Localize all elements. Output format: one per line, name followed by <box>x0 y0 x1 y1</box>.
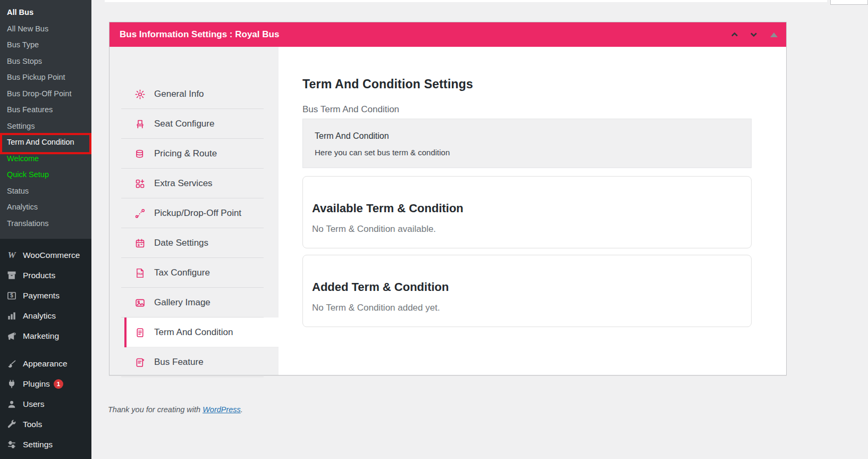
admin-main-menu: W WooCommerce Products $ Payments Analyt… <box>0 239 91 455</box>
term-condition-settings-content: Term And Condition Settings Bus Term And… <box>279 47 786 375</box>
sidebar-item-bus-pickup-point[interactable]: Bus Pickup Point <box>0 69 91 86</box>
sidebar-item-bus-drop-off-point[interactable]: Bus Drop-Off Point <box>0 86 91 102</box>
sidebar-item-marketing[interactable]: Marketing <box>0 326 91 346</box>
bus-nav-label: Tax Configure <box>154 268 210 278</box>
footer-thanks: Thank you for creating with WordPress. <box>108 405 243 414</box>
payments-icon: $ <box>6 290 18 302</box>
tools-icon <box>6 419 18 430</box>
bus-nav-label: Gallery Image <box>154 297 210 308</box>
bus-nav-gallery-image[interactable]: Gallery Image <box>109 288 279 318</box>
sidebar-item-bus-type[interactable]: Bus Type <box>0 37 91 53</box>
field-label-bus-term-and-condition: Bus Term And Condition <box>302 104 786 115</box>
bus-nav-label: Term And Condition <box>154 327 233 338</box>
bus-nav-label: Seat Configure <box>154 119 214 129</box>
panel-title: Bus Information Settings : Royal Bus <box>120 29 279 40</box>
sidebar-item-analytics[interactable]: Analytics <box>0 306 91 326</box>
sidebar-item-plugins[interactable]: Plugins 1 <box>0 374 91 394</box>
panel-body: General Info Seat Configure Pricing & Ro… <box>109 47 786 375</box>
svg-text:$: $ <box>10 293 13 298</box>
seat-icon <box>134 118 146 130</box>
menu-label: Settings <box>23 440 53 449</box>
menu-label: Appearance <box>23 359 68 369</box>
bus-nav-label: Bus Feature <box>154 357 204 368</box>
sidebar-item-all-bus[interactable]: All Bus <box>0 4 91 21</box>
bus-nav-pricing-route[interactable]: Pricing & Route <box>109 139 279 169</box>
menu-label: Payments <box>23 291 60 301</box>
calendar-icon <box>134 237 146 249</box>
sidebar-item-translations[interactable]: Translations <box>0 215 91 232</box>
bus-nav-term-and-condition[interactable]: Term And Condition <box>124 318 279 347</box>
topbar-remnant <box>105 0 827 2</box>
sidebar-item-analytics-sub[interactable]: Analytics <box>0 199 91 215</box>
marketing-icon <box>6 330 18 342</box>
card-title: Added Term & Condition <box>312 280 740 294</box>
admin-sidebar: All Bus All New Bus Bus Type Bus Stops B… <box>0 0 91 459</box>
users-icon <box>6 398 18 410</box>
bus-nav-label: Extra Services <box>154 178 213 189</box>
sidebar-item-status[interactable]: Status <box>0 183 91 199</box>
wordpress-link[interactable]: WordPress <box>203 405 241 414</box>
bus-nav-seat-configure[interactable]: Seat Configure <box>109 109 279 139</box>
bus-nav-label: Pricing & Route <box>154 148 217 159</box>
woocommerce-icon: W <box>6 249 18 261</box>
term-document-icon <box>134 327 146 338</box>
tax-document-icon: TAX <box>134 267 146 279</box>
menu-label: Marketing <box>23 331 59 341</box>
route-icon <box>134 207 146 219</box>
move-up-icon[interactable] <box>729 29 740 40</box>
bus-nav-label: Date Settings <box>154 238 208 248</box>
sidebar-item-bus-stops[interactable]: Bus Stops <box>0 53 91 70</box>
products-icon <box>6 270 18 281</box>
plugins-update-badge: 1 <box>54 379 63 389</box>
footer-period: . <box>241 405 243 414</box>
bus-nav-general-info[interactable]: General Info <box>109 79 279 109</box>
bus-nav-extra-services[interactable]: Extra Services <box>109 169 279 198</box>
card-empty-text: No Term & Condition available. <box>312 224 740 235</box>
available-term-condition-card: Available Term & Condition No Term & Con… <box>302 176 752 248</box>
panel-header: Bus Information Settings : Royal Bus <box>109 22 786 47</box>
bus-nav-label: General Info <box>154 89 204 99</box>
gear-icon <box>134 88 146 100</box>
sidebar-item-users[interactable]: Users <box>0 394 91 414</box>
settings-icon <box>6 439 18 450</box>
card-title: Available Term & Condition <box>312 202 740 215</box>
bus-settings-nav: General Info Seat Configure Pricing & Ro… <box>109 47 279 375</box>
sidebar-item-tools[interactable]: Tools <box>0 414 91 435</box>
sidebar-item-quick-setup[interactable]: Quick Setup <box>0 166 91 183</box>
sidebar-item-term-and-condition[interactable]: Term And Condition <box>0 134 91 151</box>
sidebar-item-settings[interactable]: Settings <box>0 118 91 135</box>
appearance-icon <box>6 358 18 370</box>
sidebar-item-welcome[interactable]: Welcome <box>0 151 91 167</box>
menu-label: WooCommerce <box>23 251 80 260</box>
sidebar-item-appearance[interactable]: Appearance <box>0 354 91 374</box>
section-heading: Term And Condition Settings <box>302 77 786 91</box>
bus-nav-pickup-dropoff-point[interactable]: Pickup/Drop-Off Point <box>109 198 279 228</box>
sidebar-item-all-new-bus[interactable]: All New Bus <box>0 21 91 37</box>
help-box-title: Term And Condition <box>315 131 739 141</box>
sidebar-item-payments[interactable]: $ Payments <box>0 286 91 306</box>
panel-handle-actions <box>729 29 778 40</box>
bus-nav-tax-configure[interactable]: TAX Tax Configure <box>109 258 279 288</box>
sidebar-item-woocommerce[interactable]: W WooCommerce <box>0 245 91 265</box>
bus-nav-label: Pickup/Drop-Off Point <box>154 208 241 219</box>
collapse-toggle-icon[interactable] <box>770 32 778 37</box>
bus-submenu: All Bus All New Bus Bus Type Bus Stops B… <box>0 0 91 239</box>
menu-label: Plugins <box>23 379 50 389</box>
sidebar-item-wp-settings[interactable]: Settings <box>0 435 91 455</box>
sidebar-item-bus-features[interactable]: Bus Features <box>0 102 91 118</box>
extra-services-icon <box>134 178 146 189</box>
added-term-condition-card: Added Term & Condition No Term & Conditi… <box>302 255 752 327</box>
move-down-icon[interactable] <box>748 29 760 40</box>
term-condition-help-box: Term And Condition Here you can set bus … <box>302 119 752 168</box>
bus-nav-bus-feature[interactable]: Bus Feature <box>109 347 279 377</box>
menu-label: Tools <box>23 420 42 429</box>
menu-label: Users <box>23 399 44 409</box>
menu-label: Products <box>23 271 55 280</box>
bus-information-settings-panel: Bus Information Settings : Royal Bus Gen… <box>109 22 787 375</box>
sidebar-item-products[interactable]: Products <box>0 265 91 286</box>
menu-separator <box>0 346 91 354</box>
bus-nav-date-settings[interactable]: Date Settings <box>109 228 279 258</box>
coins-icon <box>134 148 146 160</box>
footer-text: Thank you for creating with <box>108 405 203 414</box>
screen-options-tab[interactable] <box>830 0 868 5</box>
